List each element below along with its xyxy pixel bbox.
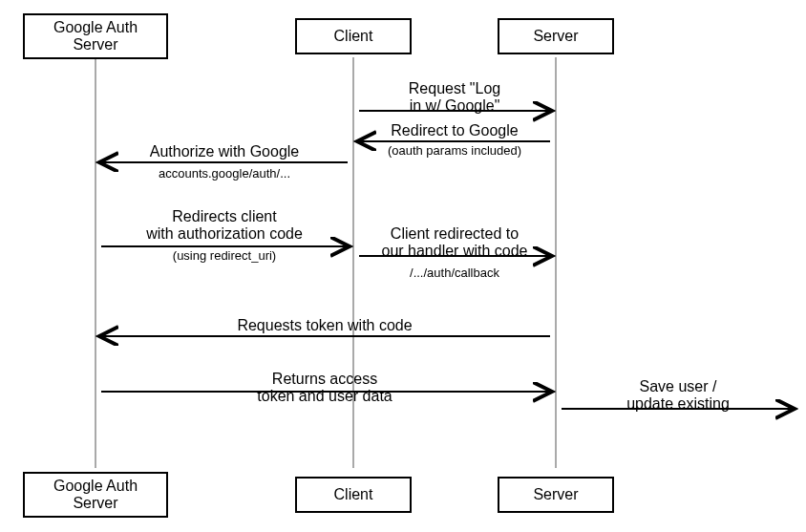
message-handler-sub: /.../auth/callback <box>410 266 499 280</box>
participant-server-label: Server <box>533 28 579 44</box>
message-redirect-with-code-sub: (using redirect_uri) <box>173 248 276 263</box>
participant-google-top: Google AuthServer <box>24 14 167 58</box>
message-return-token-label: Returns accesstoken and user data <box>257 371 392 404</box>
message-authorize-sub: accounts.google/auth/... <box>159 166 290 181</box>
message-save-user-label: Save user /update existing <box>626 378 730 412</box>
message-redirect-with-code-label: Redirects clientwith authorization code <box>145 208 303 242</box>
participant-client-label: Client <box>334 28 373 44</box>
message-redirect-to-google: Redirect to Google (oauth params include… <box>359 122 550 158</box>
message-authorize-with-google: Authorize with Google accounts.google/au… <box>101 143 348 181</box>
message-client-redirected-handler: Client redirected toour handler with cod… <box>359 225 550 280</box>
participant-client-label-bottom: Client <box>334 486 373 502</box>
message-request-login: Request "Login w/ Google" <box>359 80 550 114</box>
message-redirect-to-google-sub: (oauth params included) <box>388 143 521 158</box>
participant-google-bottom: Google AuthServer <box>24 473 167 517</box>
participant-server-top: Server <box>498 19 613 53</box>
message-authorize-label: Authorize with Google <box>150 143 300 160</box>
message-redirect-to-google-label: Redirect to Google <box>391 122 519 138</box>
message-redirect-with-code: Redirects clientwith authorization code … <box>101 208 348 263</box>
participant-client-bottom: Client <box>296 478 411 512</box>
participant-client-top: Client <box>296 19 411 53</box>
message-return-token: Returns accesstoken and user data <box>101 371 550 404</box>
message-request-token: Requests token with code <box>101 317 550 336</box>
participant-server-label-bottom: Server <box>533 486 579 502</box>
participant-server-bottom: Server <box>498 478 613 512</box>
message-save-user: Save user /update existing <box>562 378 793 412</box>
message-request-token-label: Requests token with code <box>237 317 412 333</box>
message-request-login-label: Request "Login w/ Google" <box>409 80 500 114</box>
sequence-diagram: Google AuthServer Client Server Google A… <box>0 0 806 532</box>
message-handler-label: Client redirected toour handler with cod… <box>382 225 528 259</box>
